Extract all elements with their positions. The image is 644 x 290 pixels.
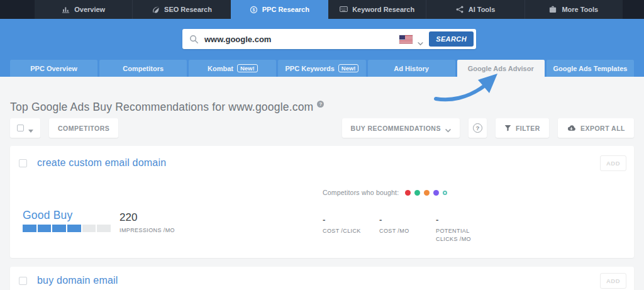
subnav-label: PPC Overview bbox=[30, 65, 77, 72]
banner: SEARCH PPC Overview Competitors Kombat N… bbox=[0, 19, 644, 77]
competitor-dot bbox=[433, 190, 439, 196]
tab-ppc-research[interactable]: $ PPC Research bbox=[231, 0, 328, 19]
competitor-dot-open bbox=[443, 191, 447, 195]
help-icon[interactable]: ? bbox=[317, 101, 324, 108]
subnav-label: Ad History bbox=[394, 65, 429, 72]
subnav-tab-google-ads-advisor[interactable]: Google Ads Advisor bbox=[457, 60, 545, 77]
briefcase-icon bbox=[549, 6, 557, 14]
recommendation-title-link[interactable]: create custom email domain bbox=[37, 157, 166, 169]
toolbar: COMPETITORS BUY RECOMMENDATIONS ? FILTER… bbox=[10, 118, 634, 138]
cost-per-click-stat: - COST /CLICK bbox=[323, 215, 388, 235]
subnav-label: Competitors bbox=[123, 65, 164, 72]
share-nodes-icon bbox=[456, 6, 464, 14]
svg-text:$: $ bbox=[252, 7, 255, 12]
tab-more-tools[interactable]: More Tools bbox=[525, 0, 623, 19]
export-all-button[interactable]: EXPORT ALL bbox=[558, 118, 634, 138]
tab-label: AI Tools bbox=[469, 6, 496, 13]
search-button[interactable]: SEARCH bbox=[429, 31, 474, 47]
add-button[interactable]: ADD bbox=[600, 273, 626, 289]
subnav-tab-ppc-overview[interactable]: PPC Overview bbox=[10, 60, 97, 77]
row-checkbox[interactable] bbox=[19, 277, 27, 285]
filter-button-label: FILTER bbox=[516, 125, 540, 132]
recommendation-card: buy domain email ADD bbox=[10, 267, 634, 290]
competitors-bought-label: Competitors who bought: bbox=[323, 189, 399, 196]
impressions-value: 220 bbox=[119, 211, 175, 224]
sub-navigation: PPC Overview Competitors Kombat New! PPC… bbox=[0, 60, 644, 77]
rating-segment bbox=[97, 225, 111, 232]
tab-label: Keyword Research bbox=[352, 6, 414, 13]
tab-label: PPC Research bbox=[262, 6, 309, 13]
toolbar-right-group: BUY RECOMMENDATIONS ? FILTER EXPORT ALL bbox=[342, 118, 634, 138]
cost-per-month-stat: - COST /MO bbox=[379, 215, 445, 235]
us-flag-icon[interactable] bbox=[399, 35, 413, 43]
rating-segment bbox=[38, 225, 52, 232]
tab-label: Overview bbox=[74, 6, 105, 13]
row-checkbox[interactable] bbox=[19, 159, 27, 167]
recommendation-card: create custom email domain ADD Competito… bbox=[10, 146, 634, 258]
stat-label: POTENTIAL CLICKS /MO bbox=[436, 227, 492, 243]
impressions-label: IMPRESSIONS /MO bbox=[119, 226, 175, 235]
potential-clicks-stat: - POTENTIAL CLICKS /MO bbox=[436, 215, 492, 243]
subnav-tab-competitors[interactable]: Competitors bbox=[99, 60, 187, 77]
subnav-label: Google Ads Advisor bbox=[468, 65, 534, 72]
stat-value: - bbox=[323, 215, 388, 225]
buy-recommendations-dropdown[interactable]: BUY RECOMMENDATIONS bbox=[342, 118, 460, 138]
competitor-dot bbox=[414, 190, 420, 196]
caret-down-icon bbox=[28, 126, 33, 130]
bar-chart-icon bbox=[62, 6, 70, 14]
export-all-button-label: EXPORT ALL bbox=[580, 125, 625, 132]
keyboard-icon bbox=[340, 6, 348, 14]
add-button[interactable]: ADD bbox=[600, 155, 626, 171]
coin-icon: $ bbox=[250, 6, 258, 14]
stat-value: - bbox=[379, 215, 445, 225]
help-button[interactable]: ? bbox=[469, 118, 487, 138]
search-bar: SEARCH bbox=[182, 29, 476, 49]
page-title-text: Top Google Ads Buy Recommendations for w… bbox=[10, 101, 313, 113]
tab-seo-research[interactable]: SEO Research bbox=[132, 0, 230, 19]
stat-label: COST /CLICK bbox=[323, 227, 388, 235]
chevron-down-icon bbox=[445, 126, 451, 130]
subnav-tab-ppc-keywords[interactable]: PPC Keywords New! bbox=[278, 60, 365, 77]
subnav-tab-ad-history[interactable]: Ad History bbox=[368, 60, 455, 77]
chevron-down-icon[interactable] bbox=[418, 37, 423, 41]
rating-segment bbox=[52, 225, 66, 232]
buy-rating-bar bbox=[23, 225, 111, 232]
tab-label: More Tools bbox=[562, 6, 598, 13]
cloud-export-icon bbox=[567, 125, 576, 131]
tab-label: SEO Research bbox=[164, 6, 212, 13]
buy-recommendations-label: BUY RECOMMENDATIONS bbox=[351, 125, 441, 132]
tab-keyword-research[interactable]: Keyword Research bbox=[328, 0, 426, 19]
competitor-dots bbox=[405, 190, 447, 196]
search-icon bbox=[189, 35, 199, 44]
impressions-stat: 220 IMPRESSIONS /MO bbox=[119, 211, 175, 235]
flag-canton bbox=[399, 35, 405, 40]
leaf-icon bbox=[152, 6, 160, 14]
page-title: Top Google Ads Buy Recommendations for w… bbox=[10, 101, 324, 114]
filter-button[interactable]: FILTER bbox=[496, 118, 549, 138]
stat-value: - bbox=[436, 215, 492, 225]
rating-segment bbox=[67, 225, 81, 232]
subnav-tab-google-ads-templates[interactable]: Google Ads Templates bbox=[547, 60, 634, 77]
buy-rating-label: Good Buy bbox=[23, 209, 111, 222]
competitor-dot bbox=[405, 190, 411, 196]
subnav-tab-kombat[interactable]: Kombat New! bbox=[189, 60, 276, 77]
select-all-dropdown[interactable] bbox=[10, 118, 40, 138]
tab-overview[interactable]: Overview bbox=[35, 0, 132, 19]
buy-rating: Good Buy bbox=[23, 209, 111, 232]
competitors-bought-row: Competitors who bought: bbox=[323, 189, 447, 196]
rating-segment bbox=[82, 225, 96, 232]
select-all-checkbox bbox=[17, 125, 24, 131]
new-badge: New! bbox=[338, 64, 359, 73]
competitors-button-label: COMPETITORS bbox=[58, 125, 109, 132]
recommendation-title-link[interactable]: buy domain email bbox=[37, 275, 118, 286]
search-input[interactable] bbox=[204, 35, 399, 44]
top-navigation: Overview SEO Research $ PPC Research Key… bbox=[0, 0, 644, 19]
new-badge: New! bbox=[237, 64, 258, 73]
rating-segment bbox=[23, 225, 36, 232]
competitor-dot bbox=[424, 190, 430, 196]
subnav-label: PPC Keywords bbox=[286, 65, 335, 72]
stat-label: COST /MO bbox=[379, 227, 445, 235]
tab-ai-tools[interactable]: AI Tools bbox=[426, 0, 524, 19]
filter-icon bbox=[504, 125, 511, 131]
competitors-button[interactable]: COMPETITORS bbox=[49, 118, 118, 138]
